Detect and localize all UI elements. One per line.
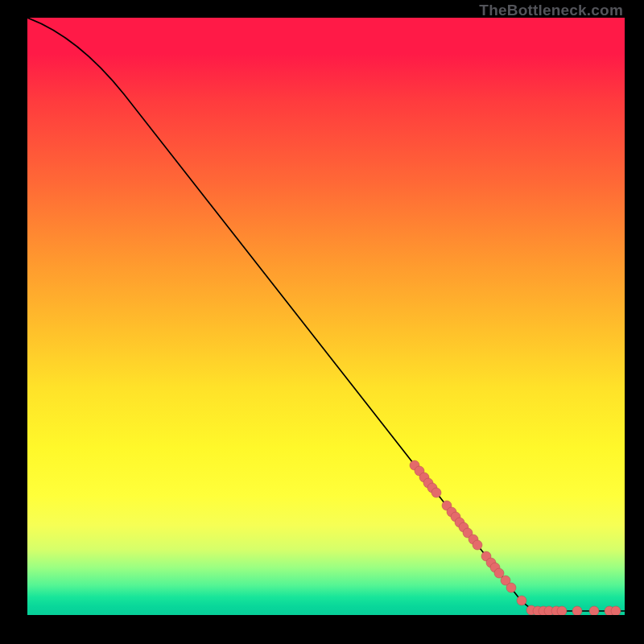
chart-markers xyxy=(410,460,621,615)
chart-svg xyxy=(27,18,625,615)
data-marker xyxy=(517,596,526,605)
data-marker xyxy=(589,606,599,615)
plot-area xyxy=(27,18,625,615)
data-marker xyxy=(557,606,567,615)
data-marker xyxy=(431,488,441,497)
brand-watermark: TheBottleneck.com xyxy=(479,2,623,19)
data-marker xyxy=(506,583,516,592)
data-marker xyxy=(572,606,582,615)
data-marker xyxy=(473,540,482,550)
chart-stage: TheBottleneck.com xyxy=(0,0,644,644)
data-marker xyxy=(611,606,621,615)
chart-line xyxy=(27,18,625,611)
